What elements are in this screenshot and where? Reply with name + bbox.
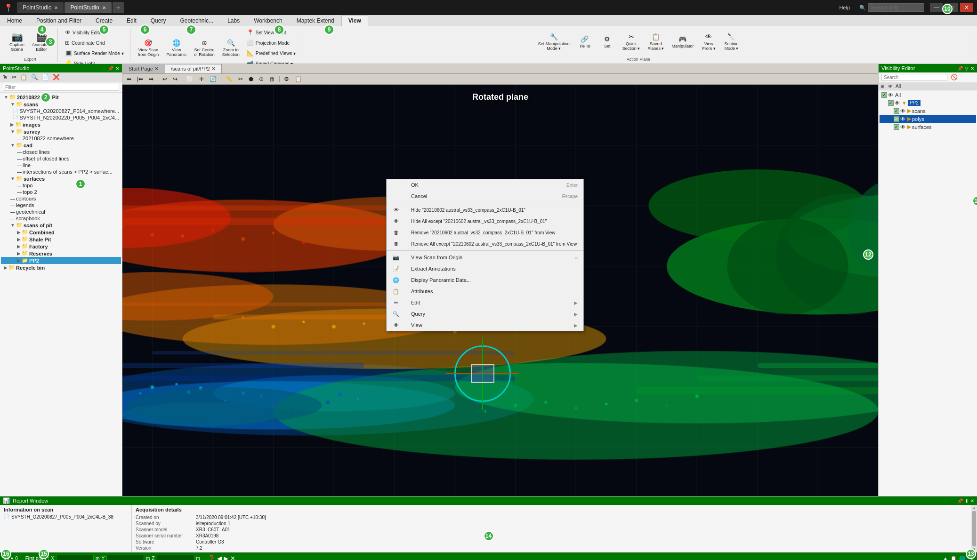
tree-item-factory[interactable]: ▶ 📁 Factory [1, 243, 121, 250]
close-tab-1[interactable]: ✕ [54, 5, 58, 10]
vis-pin-btn[interactable]: 📌 [957, 66, 963, 71]
cm-display-panoramic[interactable]: 🌐 Display Panoramic Data... [387, 274, 583, 286]
cm-extract-annotations[interactable]: 📝 Extract Annotations [387, 263, 583, 274]
predefined-views-btn[interactable]: 📐 Predefined Views ▾ [244, 48, 298, 58]
tree-item-closed-lines[interactable]: — closed lines [1, 149, 121, 155]
status-icon-3[interactable]: 🌐 [959, 556, 965, 560]
tree-item-line[interactable]: — line [1, 162, 121, 168]
ribbon-tab-geo[interactable]: Geotechnic... [173, 15, 220, 26]
ribbon-tab-position[interactable]: Position and Filter [29, 15, 89, 26]
y-input[interactable] [106, 555, 144, 560]
tree-item-scans[interactable]: ▼ 📁 scans [1, 101, 121, 108]
vis-search-clear[interactable]: 🚫 [951, 74, 958, 80]
vt-delete[interactable]: 🗑 [267, 75, 277, 83]
saved-planes-btn[interactable]: 📋 SavedPlanes ▾ [645, 31, 667, 53]
vt-poly[interactable]: ⬟ [246, 75, 256, 83]
quick-section-btn[interactable]: ✂ QuickSection ▾ [620, 31, 643, 53]
cm-attributes[interactable]: 📋 Attributes [387, 286, 583, 297]
tie-to-btn[interactable]: 🔗 Tie To [574, 33, 595, 50]
tree-item-legends[interactable]: — legends [1, 202, 121, 208]
section-mode-btn[interactable]: 🔪 SectionMode ▾ [721, 31, 742, 53]
vis-item-surfaces[interactable]: ✓ 👁 ▶ surfaces [880, 123, 976, 131]
search-input[interactable] [868, 3, 924, 12]
scroll-thumb[interactable] [972, 511, 976, 546]
ribbon-tab-home[interactable]: Home [0, 15, 29, 26]
vt-clip[interactable]: ✂ [236, 75, 245, 83]
tree-item-survey[interactable]: ▼ 📁 survey [1, 128, 121, 135]
ribbon-tab-edit[interactable]: Edit [120, 15, 144, 26]
report-float[interactable]: ⬆ [965, 498, 969, 504]
vis-close-btn[interactable]: ✕ [970, 66, 974, 71]
tree-item-scrapbook[interactable]: — scrapbook [1, 215, 121, 222]
tree-item-offset-closed-lines[interactable]: — offset of closed lines [1, 155, 121, 162]
vis-check-polys[interactable]: ✓ [894, 116, 899, 122]
cm-remove[interactable]: 🗑 Remove "20210602 austral_vs33_compass_… [387, 227, 583, 238]
tab-pointstudio-2[interactable]: PointStudio ✕ [65, 2, 111, 13]
vis-item-polys[interactable]: ✓ 👁 ▶ polys [880, 115, 976, 123]
report-scrollbar[interactable]: ▲ ▼ [971, 505, 977, 552]
vt-settings[interactable]: ⚙ [282, 75, 291, 83]
tree-item-combined[interactable]: ▶ 📁 Combined [1, 229, 121, 236]
z-input[interactable] [157, 555, 194, 560]
ribbon-tab-view[interactable]: View [341, 15, 368, 26]
tree-item-shale-pit[interactable]: ▶ 📁 Shale Pit [1, 236, 121, 243]
vt-next[interactable]: ➡ [146, 75, 156, 83]
viewport-tab-start[interactable]: Start Page ✕ [122, 64, 165, 73]
tree-item-topo2[interactable]: — topo 2 [1, 189, 121, 195]
sidebar-tool-4[interactable]: 🔍 [30, 73, 40, 81]
tab-pointstudio-1[interactable]: PointStudio ✕ [17, 2, 64, 13]
vis-filter-btn[interactable]: ▽ [965, 66, 969, 71]
vis-item-all[interactable]: ✓ 👁 All [880, 91, 976, 99]
sidebar-tool-3[interactable]: 📋 [19, 73, 29, 81]
prev-status-icon[interactable]: ◀ [217, 555, 222, 560]
tree-item-recycle-bin[interactable]: ▶ 📁 Recycle bin [1, 264, 121, 271]
sidebar-tool-1[interactable]: 🖱 [1, 73, 9, 81]
help-status-icon[interactable]: ❓ [208, 555, 215, 560]
vt-measure[interactable]: 📏 [223, 75, 235, 83]
capture-scene-btn[interactable]: 📷 CaptureScene [7, 30, 27, 54]
status-icon-1[interactable]: ▲ [943, 556, 948, 560]
ribbon-tab-labs[interactable]: Labs [220, 15, 247, 26]
sidebar-tool-2[interactable]: ✂ [10, 73, 18, 81]
tree-item-somewhere[interactable]: — 20210822 somewhere [1, 135, 121, 142]
tree-item-pp2[interactable]: ▶ 📁 PP2 [1, 257, 121, 264]
zoom-selection-btn[interactable]: 🔍 Zoom toSelection [219, 37, 242, 59]
vt-move[interactable]: ✛ [197, 75, 206, 83]
tree-item-pit[interactable]: ▼ 📁 20210822 The Pit [1, 94, 121, 101]
vis-item-pp2[interactable]: ✓ 👁 ▼ PP2 [880, 99, 976, 107]
canvas[interactable]: Rotated plane OK Enter Cancel [122, 85, 878, 496]
view-panoramic-btn[interactable]: 🌐 ViewPanoramic [163, 37, 189, 59]
vt-undo[interactable]: ↩ [160, 75, 170, 83]
surface-render-btn[interactable]: 🔳 Surface Render Mode ▾ [63, 48, 126, 58]
next-status-icon[interactable]: ▶ [224, 555, 228, 560]
vis-search-input[interactable] [881, 74, 947, 81]
vis-check-pp2[interactable]: ✓ [888, 100, 894, 106]
sidebar-tool-6[interactable]: ❌ [51, 73, 61, 81]
viewport-tab-scans[interactable]: /scans of pit/PP2 ✕ [165, 64, 222, 73]
sidebar-tool-5[interactable]: 📄 [40, 73, 50, 81]
vis-check-surfaces[interactable]: ✓ [894, 124, 899, 130]
vt-prev[interactable]: ⬅ [124, 75, 134, 83]
cm-edit[interactable]: ✏ Edit ▶ [387, 297, 583, 308]
filter-input[interactable] [3, 84, 119, 91]
vt-select[interactable]: ⬜ [184, 75, 196, 83]
add-tab-btn[interactable]: + [113, 2, 124, 13]
ribbon-tab-query[interactable]: Query [144, 15, 173, 26]
cancel-status-icon[interactable]: ✕ [230, 555, 235, 560]
minimize-btn[interactable]: — [930, 3, 943, 12]
vt-properties[interactable]: 📋 [292, 75, 304, 83]
cm-query[interactable]: 🔍 Query ▶ [387, 308, 583, 320]
tree-item-scans-of-pit[interactable]: ▼ 📁 scans of pit [1, 222, 121, 229]
set-view-point-btn[interactable]: 📍 Set View Point [244, 28, 298, 37]
cm-ok[interactable]: OK Enter [387, 179, 583, 191]
close-tab-2[interactable]: ✕ [102, 5, 106, 10]
tree-item-intersections[interactable]: — intersections of scans > PP2 > surfac.… [1, 168, 121, 175]
report-close[interactable]: ✕ [970, 498, 974, 504]
vt-rotate[interactable]: 🔄 [207, 75, 219, 83]
x-input[interactable] [56, 555, 94, 560]
help-link[interactable]: Help [839, 5, 850, 10]
tree-item-scan2[interactable]: 📄 SVYSTH_N20200220_P005_P004_2xC4... [1, 114, 121, 121]
vt-lasso[interactable]: ⊙ [257, 75, 266, 83]
manipulator-btn[interactable]: 🎮 Manipulator [669, 33, 696, 50]
vt-first[interactable]: |⬅ [135, 75, 145, 83]
